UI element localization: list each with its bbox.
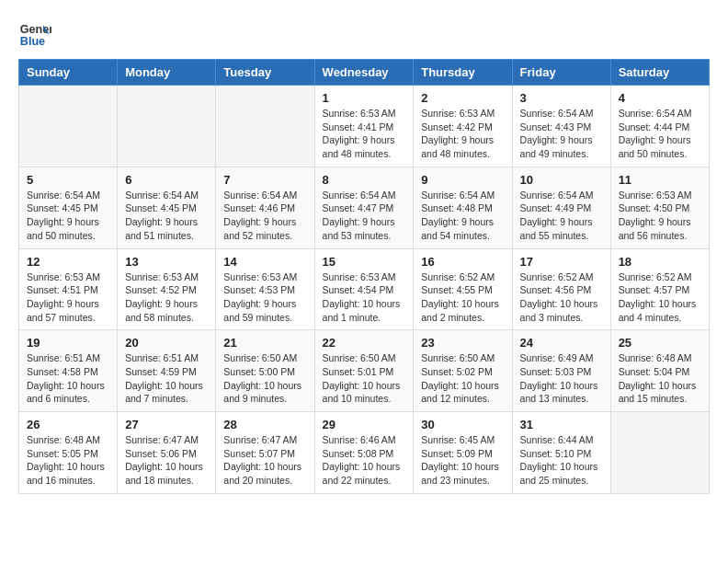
day-info: Sunrise: 6:53 AM Sunset: 4:50 PM Dayligh… — [619, 189, 701, 243]
day-info: Sunrise: 6:53 AM Sunset: 4:54 PM Dayligh… — [323, 270, 406, 325]
calendar-cell: 13Sunrise: 6:53 AM Sunset: 4:52 PM Dayli… — [118, 248, 216, 330]
day-info: Sunrise: 6:54 AM Sunset: 4:49 PM Dayligh… — [520, 189, 603, 243]
day-number: 5 — [27, 173, 109, 187]
calendar-cell: 22Sunrise: 6:50 AM Sunset: 5:01 PM Dayli… — [314, 330, 414, 412]
weekday-header-saturday: Saturday — [610, 60, 709, 86]
day-number: 4 — [619, 91, 701, 105]
day-info: Sunrise: 6:54 AM Sunset: 4:48 PM Dayligh… — [421, 189, 504, 243]
day-info: Sunrise: 6:53 AM Sunset: 4:41 PM Dayligh… — [323, 107, 406, 161]
day-info: Sunrise: 6:47 AM Sunset: 5:06 PM Dayligh… — [125, 433, 208, 488]
calendar-cell — [118, 86, 216, 167]
calendar-cell — [610, 412, 709, 494]
calendar-week-row: 12Sunrise: 6:53 AM Sunset: 4:51 PM Dayli… — [19, 248, 710, 330]
day-number: 1 — [323, 91, 406, 105]
calendar-cell: 17Sunrise: 6:52 AM Sunset: 4:56 PM Dayli… — [512, 248, 610, 330]
logo-icon: General Blue — [18, 18, 51, 52]
calendar-cell: 14Sunrise: 6:53 AM Sunset: 4:53 PM Dayli… — [216, 248, 314, 330]
day-number: 13 — [125, 255, 208, 269]
day-number: 3 — [520, 91, 603, 105]
day-info: Sunrise: 6:47 AM Sunset: 5:07 PM Dayligh… — [223, 433, 306, 488]
weekday-header-wednesday: Wednesday — [314, 60, 414, 86]
day-info: Sunrise: 6:54 AM Sunset: 4:43 PM Dayligh… — [520, 107, 603, 161]
day-info: Sunrise: 6:51 AM Sunset: 4:58 PM Dayligh… — [27, 351, 109, 406]
calendar-cell: 26Sunrise: 6:48 AM Sunset: 5:05 PM Dayli… — [19, 412, 118, 494]
day-number: 26 — [27, 418, 109, 431]
day-number: 18 — [619, 255, 701, 269]
calendar-week-row: 1Sunrise: 6:53 AM Sunset: 4:41 PM Daylig… — [19, 86, 710, 167]
day-info: Sunrise: 6:52 AM Sunset: 4:57 PM Dayligh… — [619, 270, 701, 325]
weekday-header-sunday: Sunday — [19, 60, 118, 86]
day-number: 22 — [323, 336, 406, 350]
day-number: 17 — [520, 255, 603, 269]
day-info: Sunrise: 6:50 AM Sunset: 5:01 PM Dayligh… — [323, 351, 406, 406]
day-info: Sunrise: 6:53 AM Sunset: 4:42 PM Dayligh… — [421, 107, 504, 161]
day-info: Sunrise: 6:48 AM Sunset: 5:05 PM Dayligh… — [27, 433, 109, 488]
calendar-cell: 30Sunrise: 6:45 AM Sunset: 5:09 PM Dayli… — [414, 412, 512, 494]
calendar-week-row: 26Sunrise: 6:48 AM Sunset: 5:05 PM Dayli… — [19, 412, 710, 494]
calendar-cell: 27Sunrise: 6:47 AM Sunset: 5:06 PM Dayli… — [118, 412, 216, 494]
calendar-cell: 28Sunrise: 6:47 AM Sunset: 5:07 PM Dayli… — [216, 412, 314, 494]
weekday-header-thursday: Thursday — [414, 60, 512, 86]
day-info: Sunrise: 6:54 AM Sunset: 4:46 PM Dayligh… — [223, 189, 306, 243]
day-info: Sunrise: 6:50 AM Sunset: 5:00 PM Dayligh… — [223, 351, 306, 406]
day-number: 7 — [223, 173, 306, 187]
day-number: 20 — [125, 336, 208, 350]
day-number: 14 — [223, 255, 306, 269]
day-number: 8 — [323, 173, 406, 187]
day-number: 31 — [520, 418, 603, 431]
day-number: 10 — [520, 173, 603, 187]
day-info: Sunrise: 6:48 AM Sunset: 5:04 PM Dayligh… — [619, 351, 701, 406]
calendar-cell: 5Sunrise: 6:54 AM Sunset: 4:45 PM Daylig… — [19, 167, 118, 248]
day-number: 23 — [421, 336, 504, 350]
day-number: 12 — [27, 255, 109, 269]
weekday-header-tuesday: Tuesday — [216, 60, 314, 86]
calendar-cell: 21Sunrise: 6:50 AM Sunset: 5:00 PM Dayli… — [216, 330, 314, 412]
logo: General Blue — [18, 18, 51, 52]
calendar-cell: 6Sunrise: 6:54 AM Sunset: 4:45 PM Daylig… — [118, 167, 216, 248]
day-number: 6 — [125, 173, 208, 187]
calendar-cell: 9Sunrise: 6:54 AM Sunset: 4:48 PM Daylig… — [414, 167, 512, 248]
page-header: General Blue — [18, 18, 710, 52]
calendar-table: SundayMondayTuesdayWednesdayThursdayFrid… — [18, 59, 710, 494]
calendar-cell: 15Sunrise: 6:53 AM Sunset: 4:54 PM Dayli… — [314, 248, 414, 330]
calendar-cell: 3Sunrise: 6:54 AM Sunset: 4:43 PM Daylig… — [512, 86, 610, 167]
calendar-cell: 23Sunrise: 6:50 AM Sunset: 5:02 PM Dayli… — [414, 330, 512, 412]
day-info: Sunrise: 6:52 AM Sunset: 4:56 PM Dayligh… — [520, 270, 603, 325]
weekday-header-friday: Friday — [512, 60, 610, 86]
day-info: Sunrise: 6:54 AM Sunset: 4:45 PM Dayligh… — [125, 189, 208, 243]
day-number: 19 — [27, 336, 109, 350]
day-number: 11 — [619, 173, 701, 187]
day-number: 21 — [223, 336, 306, 350]
calendar-cell: 7Sunrise: 6:54 AM Sunset: 4:46 PM Daylig… — [216, 167, 314, 248]
day-info: Sunrise: 6:54 AM Sunset: 4:45 PM Dayligh… — [27, 189, 109, 243]
day-info: Sunrise: 6:53 AM Sunset: 4:51 PM Dayligh… — [27, 270, 109, 325]
svg-text:Blue: Blue — [20, 35, 45, 48]
day-info: Sunrise: 6:50 AM Sunset: 5:02 PM Dayligh… — [421, 351, 504, 406]
calendar-week-row: 19Sunrise: 6:51 AM Sunset: 4:58 PM Dayli… — [19, 330, 710, 412]
day-info: Sunrise: 6:44 AM Sunset: 5:10 PM Dayligh… — [520, 433, 603, 488]
calendar-cell: 20Sunrise: 6:51 AM Sunset: 4:59 PM Dayli… — [118, 330, 216, 412]
calendar-week-row: 5Sunrise: 6:54 AM Sunset: 4:45 PM Daylig… — [19, 167, 710, 248]
calendar-cell: 24Sunrise: 6:49 AM Sunset: 5:03 PM Dayli… — [512, 330, 610, 412]
calendar-cell: 11Sunrise: 6:53 AM Sunset: 4:50 PM Dayli… — [610, 167, 709, 248]
day-info: Sunrise: 6:52 AM Sunset: 4:55 PM Dayligh… — [421, 270, 504, 325]
calendar-cell: 10Sunrise: 6:54 AM Sunset: 4:49 PM Dayli… — [512, 167, 610, 248]
day-number: 29 — [323, 418, 406, 431]
day-number: 27 — [125, 418, 208, 431]
calendar-cell: 12Sunrise: 6:53 AM Sunset: 4:51 PM Dayli… — [19, 248, 118, 330]
day-info: Sunrise: 6:46 AM Sunset: 5:08 PM Dayligh… — [323, 433, 406, 488]
day-number: 25 — [619, 336, 701, 350]
day-info: Sunrise: 6:53 AM Sunset: 4:53 PM Dayligh… — [223, 270, 306, 325]
day-info: Sunrise: 6:53 AM Sunset: 4:52 PM Dayligh… — [125, 270, 208, 325]
calendar-cell: 29Sunrise: 6:46 AM Sunset: 5:08 PM Dayli… — [314, 412, 414, 494]
calendar-cell — [216, 86, 314, 167]
day-number: 24 — [520, 336, 603, 350]
day-info: Sunrise: 6:51 AM Sunset: 4:59 PM Dayligh… — [125, 351, 208, 406]
day-number: 2 — [421, 91, 504, 105]
calendar-cell — [19, 86, 118, 167]
calendar-cell: 18Sunrise: 6:52 AM Sunset: 4:57 PM Dayli… — [610, 248, 709, 330]
calendar-cell: 16Sunrise: 6:52 AM Sunset: 4:55 PM Dayli… — [414, 248, 512, 330]
day-info: Sunrise: 6:54 AM Sunset: 4:47 PM Dayligh… — [323, 189, 406, 243]
day-number: 28 — [223, 418, 306, 431]
calendar-cell: 8Sunrise: 6:54 AM Sunset: 4:47 PM Daylig… — [314, 167, 414, 248]
